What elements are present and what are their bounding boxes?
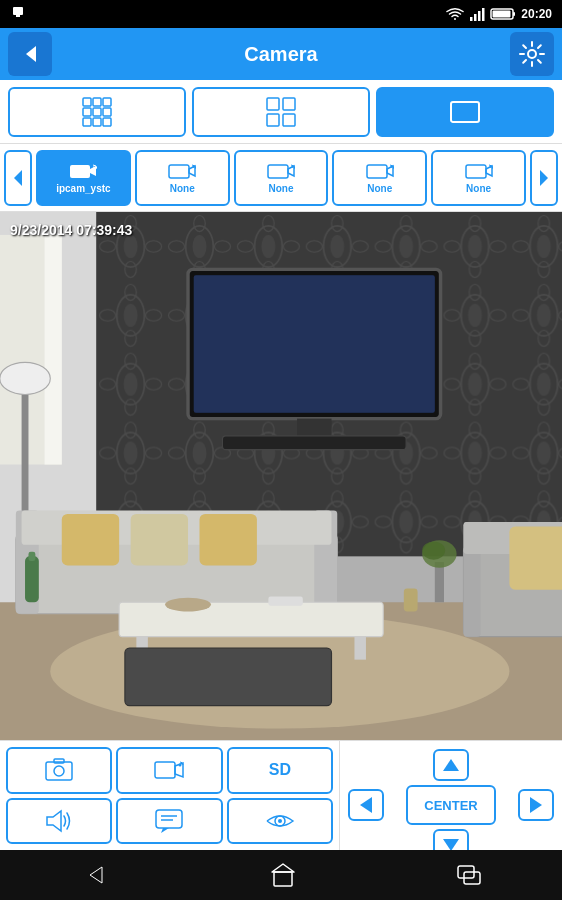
grid9-icon	[81, 96, 113, 128]
svg-rect-5	[482, 8, 485, 21]
settings-icon	[519, 41, 545, 67]
camera-item-2[interactable]: None	[135, 150, 230, 206]
svg-rect-8	[493, 11, 511, 18]
bottom-controls: SD	[0, 740, 562, 850]
page-title: Camera	[244, 43, 317, 66]
svg-rect-54	[222, 436, 406, 450]
svg-rect-78	[125, 648, 332, 705]
grid1-icon	[449, 96, 481, 128]
svg-marker-89	[47, 811, 61, 831]
sd-button[interactable]: SD	[227, 747, 333, 794]
grid-selector	[0, 80, 562, 144]
eye-icon	[265, 810, 295, 832]
video-icon	[154, 759, 184, 781]
svg-rect-1	[16, 15, 20, 17]
camera-2-label: None	[170, 183, 195, 194]
svg-rect-101	[274, 872, 292, 886]
svg-marker-96	[443, 759, 459, 771]
svg-rect-57	[45, 235, 62, 465]
svg-rect-85	[54, 759, 64, 763]
center-label: CENTER	[424, 798, 477, 813]
controls-left-panel: SD	[0, 741, 340, 850]
back-icon	[18, 42, 42, 66]
center-button[interactable]: CENTER	[406, 785, 496, 825]
svg-marker-97	[360, 797, 372, 813]
svg-rect-53	[194, 275, 435, 413]
camera-5-icon	[465, 161, 493, 181]
svg-rect-34	[466, 165, 486, 178]
cam-next-button[interactable]	[530, 150, 558, 206]
svg-rect-15	[93, 108, 101, 116]
grid4-icon	[265, 96, 297, 128]
camera-timestamp: 9/23/2014 07:39:43	[10, 222, 132, 238]
nav-home-icon	[270, 862, 296, 888]
camera-1-icon	[69, 161, 97, 181]
svg-rect-18	[93, 118, 101, 126]
battery-icon	[490, 7, 516, 21]
nav-home-button[interactable]	[270, 862, 296, 888]
svg-rect-24	[451, 102, 479, 122]
svg-rect-76	[25, 556, 39, 602]
svg-rect-82	[404, 588, 418, 611]
camera-item-1[interactable]: ipcam_ystc	[36, 150, 131, 206]
svg-marker-98	[530, 797, 542, 813]
svg-marker-102	[272, 864, 294, 872]
nav-back-button[interactable]	[80, 863, 110, 887]
cam-left-icon	[10, 168, 26, 188]
right-icon	[529, 796, 543, 814]
right-button[interactable]	[518, 789, 554, 821]
svg-point-88	[179, 764, 182, 767]
svg-rect-2	[470, 17, 473, 21]
svg-marker-9	[26, 46, 36, 62]
eye-button[interactable]	[227, 798, 333, 845]
settings-button[interactable]	[510, 32, 554, 76]
svg-rect-30	[268, 165, 288, 178]
nav-back-icon	[80, 863, 110, 887]
camera-scene	[0, 212, 562, 740]
video-button[interactable]	[116, 747, 222, 794]
svg-rect-26	[70, 165, 90, 178]
svg-rect-83	[46, 762, 72, 780]
svg-rect-23	[283, 114, 295, 126]
svg-rect-75	[268, 597, 302, 606]
camera-1-label: ipcam_ystc	[56, 183, 110, 194]
camera-item-4[interactable]: None	[332, 150, 427, 206]
svg-marker-100	[90, 867, 102, 883]
directional-controls: CENTER	[340, 741, 562, 850]
grid-4-button[interactable]	[192, 87, 370, 137]
svg-rect-32	[367, 165, 387, 178]
system-nav-bar	[0, 850, 562, 900]
svg-rect-21	[283, 98, 295, 110]
svg-rect-77	[28, 552, 35, 561]
up-button[interactable]	[433, 749, 469, 781]
nav-recents-button[interactable]	[456, 864, 482, 886]
app-header: Camera	[0, 28, 562, 80]
status-bar: 20:20	[0, 0, 562, 28]
svg-marker-25	[14, 170, 22, 186]
left-button[interactable]	[348, 789, 384, 821]
camera-selector-row: ipcam_ystc None None None	[0, 144, 562, 212]
camera-item-5[interactable]: None	[431, 150, 526, 206]
svg-rect-70	[509, 527, 562, 590]
cam-prev-button[interactable]	[4, 150, 32, 206]
svg-point-84	[54, 766, 64, 776]
svg-point-81	[422, 541, 445, 559]
camera-feed: 9/23/2014 07:39:43	[0, 212, 562, 740]
svg-rect-12	[93, 98, 101, 106]
svg-rect-3	[474, 14, 477, 21]
svg-marker-36	[540, 170, 548, 186]
speaker-button[interactable]	[6, 798, 112, 845]
time-display: 20:20	[521, 7, 552, 21]
grid-1-button[interactable]	[376, 87, 554, 137]
up-icon	[442, 758, 460, 772]
grid-9-button[interactable]	[8, 87, 186, 137]
camera-3-label: None	[268, 183, 293, 194]
photo-button[interactable]	[6, 747, 112, 794]
svg-rect-11	[83, 98, 91, 106]
camera-item-3[interactable]: None	[234, 150, 329, 206]
chat-button[interactable]	[116, 798, 222, 845]
camera-3-icon	[267, 161, 295, 181]
svg-rect-86	[155, 762, 175, 778]
sd-label: SD	[269, 761, 291, 779]
back-button[interactable]	[8, 32, 52, 76]
